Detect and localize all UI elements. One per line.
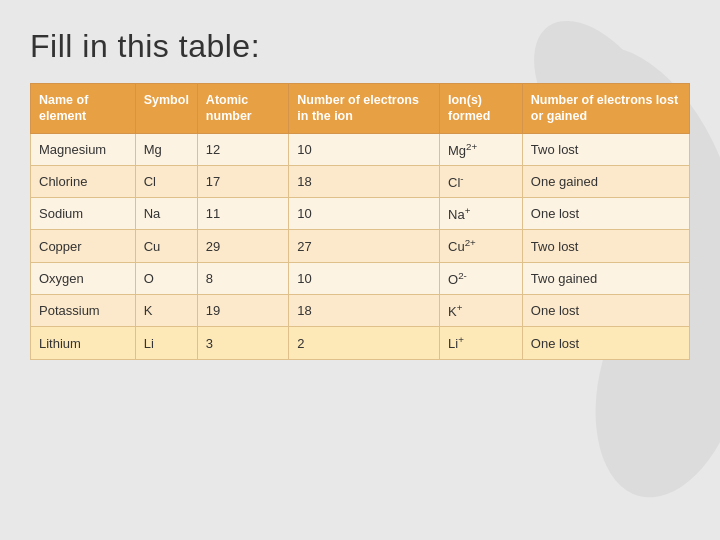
cell-electrons-ion: 2 <box>289 327 440 359</box>
cell-atomic: 29 <box>197 230 288 262</box>
cell-symbol: Mg <box>135 133 197 165</box>
cell-electrons-lost: Two lost <box>522 230 689 262</box>
col-header-name: Name of element <box>31 84 136 134</box>
cell-atomic: 8 <box>197 262 288 294</box>
cell-name: Sodium <box>31 198 136 230</box>
table-row: PotassiumK1918K+One lost <box>31 295 690 327</box>
cell-ion-formed: O2- <box>440 262 523 294</box>
table-row: LithiumLi32Li+One lost <box>31 327 690 359</box>
table-row: OxygenO810O2-Two gained <box>31 262 690 294</box>
cell-symbol: O <box>135 262 197 294</box>
table-header-row: Name of element Symbol Atomic number Num… <box>31 84 690 134</box>
cell-electrons-ion: 27 <box>289 230 440 262</box>
cell-atomic: 12 <box>197 133 288 165</box>
cell-name: Chlorine <box>31 165 136 197</box>
cell-name: Potassium <box>31 295 136 327</box>
col-header-symbol: Symbol <box>135 84 197 134</box>
cell-electrons-ion: 18 <box>289 165 440 197</box>
table-row: SodiumNa1110Na+One lost <box>31 198 690 230</box>
cell-electrons-ion: 10 <box>289 262 440 294</box>
cell-symbol: Cu <box>135 230 197 262</box>
cell-name: Magnesium <box>31 133 136 165</box>
cell-atomic: 19 <box>197 295 288 327</box>
cell-electrons-ion: 18 <box>289 295 440 327</box>
cell-name: Oxygen <box>31 262 136 294</box>
cell-ion-formed: Cu2+ <box>440 230 523 262</box>
cell-symbol: K <box>135 295 197 327</box>
cell-symbol: Na <box>135 198 197 230</box>
cell-name: Lithium <box>31 327 136 359</box>
cell-symbol: Cl <box>135 165 197 197</box>
table-row: CopperCu2927Cu2+Two lost <box>31 230 690 262</box>
cell-name: Copper <box>31 230 136 262</box>
col-header-electrons-lost: Number of electrons lost or gained <box>522 84 689 134</box>
cell-symbol: Li <box>135 327 197 359</box>
cell-atomic: 17 <box>197 165 288 197</box>
cell-electrons-ion: 10 <box>289 133 440 165</box>
cell-ion-formed: K+ <box>440 295 523 327</box>
cell-atomic: 3 <box>197 327 288 359</box>
cell-ion-formed: Cl- <box>440 165 523 197</box>
cell-ion-formed: Li+ <box>440 327 523 359</box>
col-header-electrons-ion: Number of electrons in the ion <box>289 84 440 134</box>
cell-electrons-lost: One lost <box>522 295 689 327</box>
cell-ion-formed: Mg2+ <box>440 133 523 165</box>
cell-electrons-lost: One gained <box>522 165 689 197</box>
col-header-ion-formed: Ion(s) formed <box>440 84 523 134</box>
table-row: ChlorineCl1718Cl-One gained <box>31 165 690 197</box>
cell-atomic: 11 <box>197 198 288 230</box>
cell-electrons-lost: One lost <box>522 198 689 230</box>
cell-ion-formed: Na+ <box>440 198 523 230</box>
page-title: Fill in this table: <box>30 28 690 65</box>
cell-electrons-lost: One lost <box>522 327 689 359</box>
table-row: MagnesiumMg1210Mg2+Two lost <box>31 133 690 165</box>
data-table: Name of element Symbol Atomic number Num… <box>30 83 690 360</box>
page-content: Fill in this table: Name of element Symb… <box>0 0 720 380</box>
col-header-atomic: Atomic number <box>197 84 288 134</box>
cell-electrons-lost: Two gained <box>522 262 689 294</box>
cell-electrons-ion: 10 <box>289 198 440 230</box>
cell-electrons-lost: Two lost <box>522 133 689 165</box>
